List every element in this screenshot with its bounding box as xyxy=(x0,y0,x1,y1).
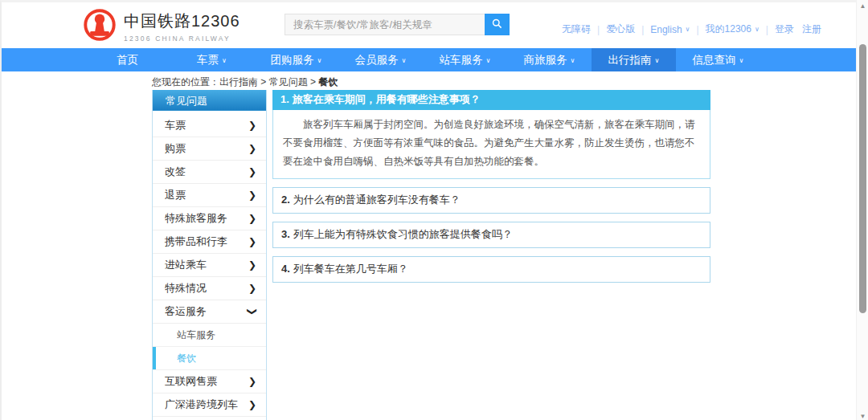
sidebar-item-buy-tickets[interactable]: 购票 ❯ xyxy=(153,137,266,161)
link-my12306[interactable]: 我的12306 xyxy=(706,22,751,36)
search-button[interactable] xyxy=(485,14,510,35)
search-icon xyxy=(492,18,502,31)
nav-item-tickets[interactable]: 车票∨ xyxy=(170,48,254,71)
chevron-right-icon: ❯ xyxy=(248,254,256,276)
sidebar-item-gz-sz-hk-trains[interactable]: 广深港跨境列车 ❯ xyxy=(153,393,266,417)
scroll-thumb[interactable] xyxy=(859,44,866,313)
scroll-up-button[interactable]: ▲ xyxy=(857,2,868,10)
chevron-right-icon: ❯ xyxy=(248,207,256,230)
sidebar-item-boarding[interactable]: 进站乘车 ❯ xyxy=(153,254,266,277)
sidebar-item-passenger-service[interactable]: 客运服务 ❯ xyxy=(153,300,266,324)
link-care-version[interactable]: 爱心版 xyxy=(606,22,635,36)
chevron-right-icon: ❯ xyxy=(248,230,256,253)
chevron-down-icon: ∨ xyxy=(402,57,407,64)
chevron-right-icon: ❯ xyxy=(248,137,256,160)
faq-question-2[interactable]: 2.为什么有的普通旅客列车没有餐车？ xyxy=(272,187,710,214)
logo[interactable]: 中国铁路12306 12306 CHINA RAILWAY xyxy=(83,8,240,45)
chevron-right-icon: ❯ xyxy=(248,161,256,183)
link-english[interactable]: English xyxy=(650,24,682,35)
faq-question-3[interactable]: 3.列车上能为有特殊饮食习惯的旅客提供餐食吗？ xyxy=(272,222,710,248)
scrollbar[interactable]: ▲ ▼ xyxy=(856,0,868,420)
chevron-down-icon: ∨ xyxy=(486,57,491,64)
sidebar-item-internet-ticketing[interactable]: 互联网售票 ❯ xyxy=(153,370,266,393)
sidebar-subitem-station-train-service[interactable]: 站车服务 xyxy=(153,324,266,347)
divider: | xyxy=(696,24,698,35)
nav-item-business-travel[interactable]: 商旅服务∨ xyxy=(507,48,592,71)
page: 中国铁路12306 12306 CHINA RAILWAY 无障碍 | 爱心版 … xyxy=(0,0,868,420)
sidebar-item-luggage[interactable]: 携带品和行李 ❯ xyxy=(153,230,266,254)
faq-answer-1: 旅客列车车厢属于封闭空间。为创造良好旅途环境，确保空气清新，旅客在乘车期间，请不… xyxy=(272,110,710,179)
chevron-right-icon: ❯ xyxy=(248,393,256,416)
chevron-down-icon: ∨ xyxy=(317,57,322,64)
search-input[interactable] xyxy=(285,14,485,35)
sidebar-item-special-passenger[interactable]: 特殊旅客服务 ❯ xyxy=(153,207,266,230)
scroll-down-button[interactable]: ▼ xyxy=(857,413,868,420)
divider: | xyxy=(766,24,768,35)
breadcrumb: 您现在的位置：出行指南 > 常见问题 > 餐饮 xyxy=(152,75,338,89)
nav-item-travel-guide[interactable]: 出行指南∨ xyxy=(592,48,676,71)
sidebar-item-tickets[interactable]: 车票 ❯ xyxy=(153,114,266,137)
railway-emblem-icon xyxy=(83,8,117,45)
chevron-down-icon: ∨ xyxy=(571,57,575,64)
top-links: 无障碍 | 爱心版 | English ∨ | 我的12306 ∨ | 登录 注… xyxy=(562,22,821,36)
chevron-down-icon: ∨ xyxy=(739,57,744,64)
divider: | xyxy=(597,24,600,35)
faq-question-1[interactable]: 1.旅客在乘车期间，用餐有哪些注意事项？ xyxy=(272,90,710,110)
logo-title: 中国铁路12306 xyxy=(124,10,240,32)
login-link[interactable]: 登录 xyxy=(775,22,794,36)
sidebar-item-refund[interactable]: 退票 ❯ xyxy=(153,184,266,207)
chevron-right-icon: ❯ xyxy=(248,114,256,137)
chevron-down-icon: ∨ xyxy=(655,57,660,64)
top-bar: 中国铁路12306 12306 CHINA RAILWAY 无障碍 | 爱心版 … xyxy=(2,2,856,46)
faq-question-4[interactable]: 4.列车餐车在第几号车厢？ xyxy=(272,256,710,283)
sidebar-title: 常见问题 xyxy=(152,90,267,111)
chevron-right-icon: ❯ xyxy=(248,184,256,206)
nav-item-member-service[interactable]: 会员服务∨ xyxy=(338,48,423,71)
logo-subtitle: 12306 CHINA RAILWAY xyxy=(124,35,240,43)
sidebar-subitem-dining[interactable]: 餐饮 xyxy=(153,347,266,370)
breadcrumb-current: 餐饮 xyxy=(318,76,338,88)
nav-item-station-service[interactable]: 站车服务∨ xyxy=(423,48,507,71)
chevron-right-icon: ❯ xyxy=(248,277,256,300)
nav-item-group-service[interactable]: 团购服务∨ xyxy=(254,48,338,71)
search-bar xyxy=(285,14,510,35)
register-link[interactable]: 注册 xyxy=(802,22,821,36)
faq-panel: 1.旅客在乘车期间，用餐有哪些注意事项？ 旅客列车车厢属于封闭空间。为创造良好旅… xyxy=(272,90,710,283)
main-nav: 首页 车票∨ 团购服务∨ 会员服务∨ 站车服务∨ 商旅服务∨ 出行指南∨ 信息查… xyxy=(2,48,856,71)
chevron-down-icon: ∨ xyxy=(222,57,227,64)
sidebar-item-rebook[interactable]: 改签 ❯ xyxy=(153,161,266,184)
sidebar: 常见问题 车票 ❯ 购票 ❯ 改签 ❯ 退票 ❯ 特殊旅客服务 ❯ xyxy=(152,90,267,420)
nav-item-info-query[interactable]: 信息查询∨ xyxy=(676,48,760,71)
chevron-right-icon: ❯ xyxy=(248,370,256,393)
nav-item-home[interactable]: 首页 xyxy=(85,48,170,71)
divider: | xyxy=(641,24,644,35)
chevron-down-icon: ∨ xyxy=(686,26,690,33)
chevron-down-icon: ❯ xyxy=(241,308,264,316)
sidebar-item-special-situations[interactable]: 特殊情况 ❯ xyxy=(153,277,266,300)
chevron-down-icon: ∨ xyxy=(755,26,760,33)
link-accessibility[interactable]: 无障碍 xyxy=(562,22,591,36)
